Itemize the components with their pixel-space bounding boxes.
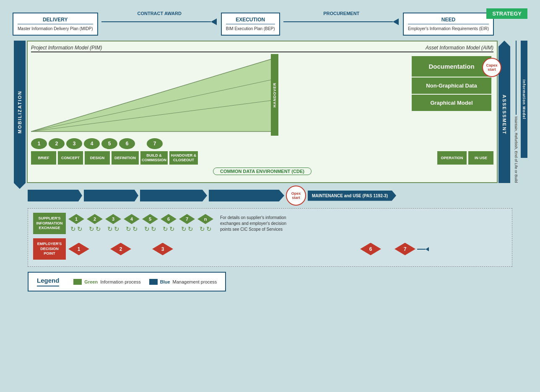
- supplier-diamond-4: 4: [124, 214, 140, 224]
- supplier-diamond-1: 1: [68, 214, 84, 224]
- stage-oval-6: 6: [119, 138, 135, 149]
- stage-label-design: DESIGN: [85, 151, 110, 165]
- documentation-box: Documentation: [412, 56, 491, 77]
- supplier-diamond-5: 5: [142, 214, 158, 224]
- capex-badge: Capex start: [482, 58, 501, 77]
- maintenance-arrow: MAINTENANCE and USE (PAS 1192-3): [308, 191, 396, 201]
- aim-label: Asset Information Model (AIM): [426, 45, 493, 51]
- stage-oval-4: 4: [84, 138, 100, 149]
- stage-label-operation: OPERATION: [437, 151, 467, 165]
- stage-label-handover: HANDOVER &CLOSEOUT: [169, 151, 198, 165]
- opex-badge: Opex start: [286, 186, 306, 206]
- svg-marker-0: [31, 58, 274, 132]
- supplier-diamond-6: 6: [161, 214, 177, 224]
- cde-label: COMMON DATA ENVIRONMENT (CDE): [213, 168, 312, 175]
- handover-label: HANDOVER: [271, 54, 278, 136]
- supplier-info-label: SUPPLIER'S INFORMATION EXCHANGE: [33, 213, 66, 234]
- procurement-label: PROCUREMENT: [323, 11, 359, 16]
- execution-content: BIM Execution Plan (BEP): [226, 26, 275, 31]
- stage-oval-1: 1: [31, 138, 47, 149]
- supplier-diamond-7: 7: [179, 214, 195, 224]
- progress-arrow-2: [84, 190, 138, 201]
- assessment-label: ASSESSMENT: [502, 95, 507, 135]
- progress-arrow-3: [140, 190, 207, 201]
- legend-green-label: Green: [84, 279, 98, 284]
- employer-diamond-6: 6: [360, 243, 381, 255]
- employer-diamond-1: 1: [68, 243, 89, 255]
- inner-diagram: Project Information Model (PIM) Asset In…: [27, 41, 498, 183]
- employer-diamond-3: 3: [152, 243, 173, 255]
- stage-label-build-commission: BUILD &COMMISSION: [140, 151, 168, 165]
- supplier-diamond-n: n: [197, 214, 213, 224]
- supplier-diamond-2: 2: [87, 214, 103, 224]
- need-title: NEED: [408, 17, 489, 24]
- stage-label-inuse: IN USE: [468, 151, 493, 165]
- legend-box: Legend Green Information process Blue Ma…: [28, 272, 226, 291]
- non-graphical-box: Non-Graphical Data: [412, 77, 491, 94]
- need-content: Employer's Information Requirements (EIR…: [408, 26, 489, 31]
- delivery-box: DELIVERY Master Information Delivery Pla…: [13, 13, 98, 36]
- legend-blue-desc: Management process: [173, 279, 217, 284]
- execution-title: EXECUTION: [226, 17, 275, 24]
- pim-label: Project Information Model (PIM): [31, 45, 102, 51]
- progress-arrow-1: [28, 190, 82, 201]
- stage-label-definition: DEFINITION: [112, 151, 139, 165]
- graphical-model-box: Graphical Model: [412, 95, 491, 111]
- employer-diamond-7: 7: [395, 243, 415, 255]
- stage-oval-2: 2: [49, 138, 65, 149]
- stage-oval-3: 3: [66, 138, 82, 149]
- need-box: NEED Employer's Information Requirements…: [403, 13, 494, 36]
- legend-blue-label: Blue: [160, 279, 170, 284]
- delivery-title: DELIVERY: [18, 17, 93, 24]
- supplier-note: For details on supplier's information ex…: [220, 215, 287, 232]
- mobilization-label: MOBILIZATION: [17, 90, 22, 134]
- info-model-label: Information Model: [521, 41, 527, 158]
- stage-label-brief: BRIEF: [31, 151, 56, 165]
- contract-award-label: CONTRACT AWARD: [138, 11, 182, 16]
- execution-box: EXECUTION BIM Execution Plan (BEP): [221, 13, 280, 36]
- strategy-badge: STRATEGY: [486, 8, 527, 19]
- employer-diamond-2: 2: [110, 243, 131, 255]
- legend-green-desc: Information process: [100, 279, 141, 284]
- legend-title: Legend: [37, 277, 59, 286]
- stage-oval-5: 5: [101, 138, 117, 149]
- supplier-section: SUPPLIER'S INFORMATION EXCHANGE 1 ↻ ↻ 2 …: [28, 208, 512, 267]
- supplier-diamond-3: 3: [105, 214, 121, 224]
- assessment-sublabel: Maintain, Refurbish, End of Life or Buil…: [514, 116, 519, 183]
- stage-oval-7: 7: [147, 138, 163, 149]
- progress-arrow-4: [209, 190, 284, 201]
- employer-decision-label: EMPLOYER'S DECISION POINT: [33, 238, 66, 260]
- stage-label-concept: CONCEPT: [58, 151, 83, 165]
- delivery-content: Master Information Delivery Plan (MIDP): [18, 26, 93, 31]
